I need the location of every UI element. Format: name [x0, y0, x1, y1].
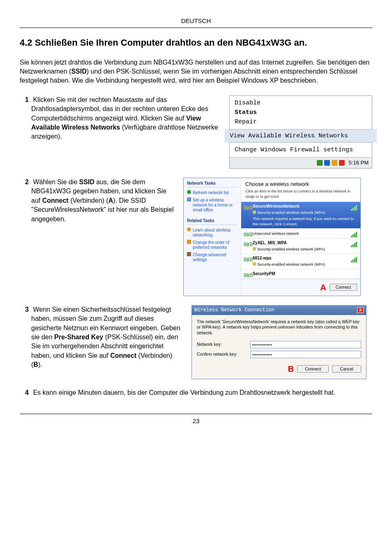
sidebar-group-title: Network Tasks — [187, 181, 238, 188]
network-note: This network requires a network key. If … — [253, 215, 357, 227]
step-number: 2 — [23, 178, 29, 187]
menu-item-disable[interactable]: Disable — [235, 98, 367, 108]
gear-icon — [187, 252, 191, 256]
network-type: Security-enabled wireless network (WPA) — [253, 209, 357, 215]
callout-label-b: B — [288, 363, 294, 375]
header-language: DEUTSCH — [20, 16, 372, 25]
field-row: Network key: •••••••••• — [197, 341, 361, 348]
task-order[interactable]: Change the order of preferred networks — [187, 239, 238, 251]
context-menu-figure: Disable Status Repair View Available Wir… — [229, 95, 372, 169]
network-item[interactable]: ((ǫ)) SecurityPM — [241, 269, 360, 279]
sidebar-group-title: Related Tasks — [187, 218, 238, 225]
task-label: Refresh network list — [193, 190, 229, 195]
task-label: Change the order of preferred networks — [193, 240, 229, 250]
network-type: Security-enabled wireless network (WPA) — [253, 261, 357, 267]
task-label: Set up a wireless network for a home or … — [193, 198, 233, 212]
page-number: 23 — [193, 417, 200, 424]
system-tray: 5:16 PM — [230, 157, 372, 168]
sidebar: Network Tasks Refresh network list Set u… — [184, 178, 241, 296]
step-bold: Connect — [110, 352, 136, 359]
step-text: (Verbinden) ( — [69, 197, 108, 204]
step-4-row: 4 Es kann einige Minuten dauern, bis der… — [20, 388, 372, 397]
divider — [20, 28, 372, 28]
signal-bars-icon — [351, 205, 357, 211]
step-1-text: 1 Klicken Sie mit der rechten Maustaste … — [20, 95, 222, 141]
menu-item-repair[interactable]: Repair — [235, 117, 367, 127]
step-text: Es kann einige Minuten dauern, bis der C… — [33, 389, 335, 396]
confirm-key-input[interactable]: •••••••••• — [250, 351, 361, 358]
dialog-title: Wireless Network Connection — [194, 307, 274, 314]
step-text: Klicken Sie mit der rechten Maustaste au… — [31, 96, 208, 122]
task-setup[interactable]: Set up a wireless network for a home or … — [187, 197, 238, 214]
refresh-icon — [187, 190, 191, 194]
dialog-message: The network 'SecureWirelessNetwork' requ… — [197, 319, 361, 336]
network-key-label: Network key: — [197, 341, 250, 348]
wireless-adapter-icon[interactable] — [324, 160, 330, 166]
step-number: 3 — [23, 305, 29, 314]
step-bold: Pre-Shared Key — [54, 334, 103, 341]
panel-title: Choose a wireless network — [241, 178, 360, 189]
network-type: Security-enabled wireless network (WPA) — [253, 246, 357, 252]
tray-clock: 5:16 PM — [349, 159, 369, 167]
close-icon[interactable]: X — [357, 307, 364, 313]
step-bold: B — [33, 361, 38, 368]
connect-button[interactable]: Connect — [330, 284, 357, 291]
network-name: 6812-wpa — [253, 255, 357, 261]
network-name: ZyXEL_MIS_WPA — [253, 240, 357, 246]
task-refresh[interactable]: Refresh network list — [187, 189, 238, 197]
step-text: Wählen Sie die — [33, 178, 79, 185]
signal-icon: ((ǫ)) — [244, 204, 250, 210]
task-learn[interactable]: Learn about wireless networking — [187, 227, 238, 239]
step-2-text: 2 Wählen Sie die SSID aus, die Sie dem N… — [20, 178, 176, 224]
step-2-row: 2 Wählen Sie die SSID aus, die Sie dem N… — [20, 178, 372, 296]
network-name: SecureWirelessNetwork — [253, 204, 357, 209]
task-advanced[interactable]: Change advanced settings — [187, 251, 238, 264]
network-item-selected[interactable]: ((ǫ)) SecureWirelessNetwork Security-ena… — [241, 202, 360, 229]
intro-paragraph: Sie können jetzt drahtlos die Verbindung… — [20, 58, 372, 86]
signal-bars-icon — [351, 232, 357, 237]
task-label: Change advanced settings — [193, 253, 226, 262]
step-3-row: 3 Wenn Sie einen Sicherheitsschlüssel fe… — [20, 305, 372, 379]
confirm-key-label: Confirm network key: — [197, 351, 250, 357]
menu-item-firewall[interactable]: Change Windows Firewall settings — [235, 145, 367, 155]
step-number: 4 — [23, 388, 29, 397]
step-number: 1 — [23, 95, 29, 104]
step-bold: Connect — [42, 197, 69, 204]
intro-ssid: SSID — [71, 68, 86, 75]
lock-icon — [253, 211, 256, 214]
dialog-footer: B Connect Cancel — [197, 361, 361, 375]
tray-icon[interactable] — [339, 160, 345, 166]
menu-item-view-networks[interactable]: View Available Wireless Networks — [225, 130, 377, 142]
panel-footer: A Connect — [241, 279, 360, 296]
step-3-text: 3 Wenn Sie einen Sicherheitsschlüssel fe… — [20, 305, 184, 370]
page-content: DEUTSCH 4.2 Schließen Sie Ihren Computer… — [0, 0, 392, 438]
menu-item-status[interactable]: Status — [235, 108, 367, 117]
page-footer: 23 — [20, 414, 372, 425]
task-label: Learn about wireless networking — [193, 228, 231, 237]
tray-icon[interactable] — [332, 160, 337, 166]
panel-subtitle: Click an item in the list below to conne… — [241, 189, 360, 202]
connect-button[interactable]: Connect — [297, 365, 329, 373]
network-item[interactable]: ((ǫ)) ZyXEL_MIS_WPA Security-enabled wir… — [241, 239, 360, 254]
field-row: Confirm network key: •••••••••• — [197, 351, 361, 358]
signal-bars-icon — [351, 242, 357, 247]
cancel-button[interactable]: Cancel — [332, 365, 361, 373]
signal-icon: ((ǫ)) — [244, 231, 250, 237]
tray-icon[interactable] — [317, 160, 323, 166]
network-key-dialog: Wireless Network Connection X The networ… — [191, 305, 367, 379]
network-list-panel: Choose a wireless network Click an item … — [241, 178, 360, 296]
star-icon — [187, 240, 191, 244]
setup-icon — [187, 197, 191, 202]
network-name: SecurityPM — [253, 271, 357, 277]
network-type: Unsecured wireless network — [253, 230, 357, 236]
network-key-input[interactable]: •••••••••• — [250, 341, 361, 348]
network-item[interactable]: ((ǫ)) 6812-wpa Security-enabled wireless… — [241, 254, 360, 269]
network-list: ((ǫ)) SecureWirelessNetwork Security-ena… — [241, 202, 360, 279]
step-1-row: 1 Klicken Sie mit der rechten Maustaste … — [20, 95, 372, 169]
dialog-titlebar: Wireless Network Connection X — [192, 306, 366, 315]
step-bold: A — [108, 197, 113, 204]
network-item[interactable]: ((ǫ)) Unsecured wireless network — [241, 229, 360, 239]
signal-icon: ((ǫ)) — [244, 272, 250, 278]
wireless-chooser-figure: Network Tasks Refresh network list Set u… — [183, 178, 361, 296]
callout-label-a: A — [320, 282, 326, 293]
